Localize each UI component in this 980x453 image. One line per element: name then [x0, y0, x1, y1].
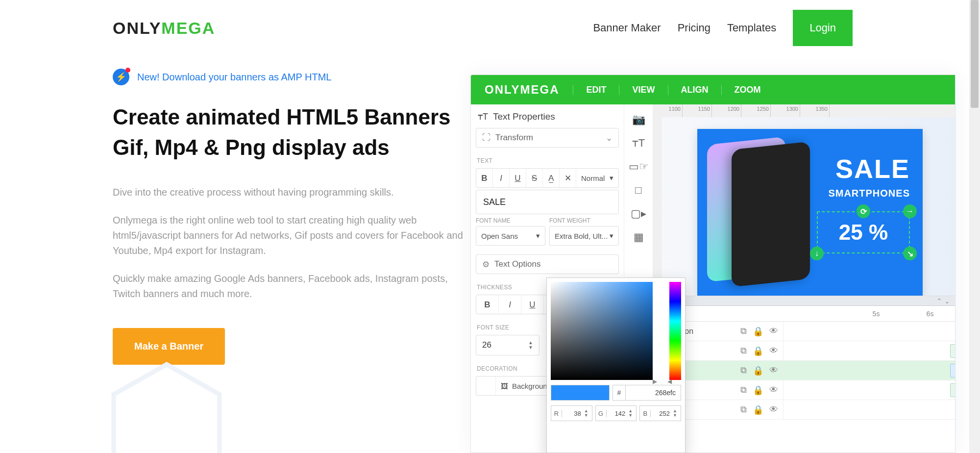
- eye-icon[interactable]: 👁: [769, 365, 778, 376]
- duplicate-icon[interactable]: ⧉: [740, 365, 747, 376]
- r-input[interactable]: R38▲▼: [551, 405, 592, 421]
- hero-headline: Create animated HTML5 Banners Gif, Mp4 &…: [113, 102, 466, 162]
- shape-tool-icon[interactable]: □: [627, 179, 650, 201]
- timeline-scrollbar[interactable]: ⌃ ⌄: [653, 296, 955, 306]
- timeline-row[interactable]: Ribbon ⧉🔒👁: [653, 400, 955, 420]
- timeline-row[interactable]: ck balloon ⧉🔒👁: [653, 322, 955, 341]
- lock-icon[interactable]: 🔒: [753, 365, 763, 376]
- svg-marker-0: [114, 364, 220, 453]
- scrollbar-thumb[interactable]: [971, 0, 979, 108]
- sale-text[interactable]: SALE: [835, 153, 910, 184]
- decoration-swatch[interactable]: [476, 377, 496, 395]
- bold-button[interactable]: B: [476, 169, 493, 187]
- duplicate-icon[interactable]: ⧉: [740, 404, 747, 415]
- lock-icon[interactable]: 🔒: [753, 346, 763, 356]
- make-banner-button[interactable]: Make a Banner: [113, 328, 225, 365]
- eye-icon[interactable]: 👁: [769, 404, 778, 415]
- hero-p2: Onlymega is the right online web tool to…: [113, 213, 466, 258]
- camera-icon[interactable]: 📷: [627, 108, 650, 131]
- resize-handle-tr[interactable]: →: [903, 204, 917, 218]
- clip-fade-in[interactable]: ⚙Fade In: [950, 344, 956, 358]
- login-button[interactable]: Login: [793, 10, 853, 46]
- phone-shape-front[interactable]: [732, 142, 810, 287]
- site-logo[interactable]: ONLYMEGA: [113, 19, 215, 38]
- eye-icon[interactable]: 👁: [769, 385, 778, 395]
- text-size-icon: ᴛT: [478, 111, 488, 122]
- smartphones-text[interactable]: SMARTPHONES: [828, 188, 910, 199]
- discount-box[interactable]: 25 % ⟳ → ↓ ↘: [817, 211, 910, 253]
- video-tool-icon[interactable]: ▢▸: [627, 202, 650, 225]
- button-tool-icon[interactable]: ▭☞: [627, 155, 650, 178]
- thickness-italic[interactable]: I: [499, 295, 521, 314]
- text-content-input[interactable]: SALE: [476, 190, 619, 214]
- saturation-field[interactable]: [551, 282, 653, 380]
- sliders-icon: ⚙: [482, 259, 490, 270]
- text-color-button[interactable]: A̲: [543, 169, 560, 187]
- nav-templates[interactable]: Templates: [727, 22, 776, 34]
- font-size-input[interactable]: 26 ▲▼: [476, 335, 539, 355]
- font-name-value: Open Sans: [481, 232, 518, 240]
- row-track[interactable]: ⚙Fade In: [784, 380, 955, 400]
- window-scrollbar[interactable]: [969, 0, 980, 453]
- rotate-handle-icon[interactable]: ⟳: [857, 204, 870, 218]
- panel-title-text: Text Properties: [493, 111, 555, 122]
- thickness-bold[interactable]: B: [476, 295, 499, 314]
- time-tick: 6s: [903, 310, 956, 318]
- hero-p1: Dive into the creative process without h…: [113, 185, 466, 200]
- timeline-row[interactable]: alloon ⧉🔒👁 ⚙Fade In: [653, 380, 955, 400]
- row-track[interactable]: ⚙Fade In: [784, 341, 955, 360]
- timeline-row-selected[interactable]: xt sale ⧉🔒👁 ⚙F:: [653, 361, 955, 380]
- collapse-icon[interactable]: ⌃ ⌄: [936, 297, 950, 305]
- hex-input[interactable]: #268efc: [612, 385, 681, 401]
- banner-artboard[interactable]: SALE SMARTPHONES 25 % ⟳ → ↓ ↘: [697, 129, 923, 296]
- duplicate-icon[interactable]: ⧉: [740, 326, 747, 336]
- menu-align[interactable]: ALIGN: [668, 85, 721, 95]
- duplicate-icon[interactable]: ⧉: [740, 346, 747, 356]
- strikethrough-button[interactable]: S: [526, 169, 543, 187]
- widgets-tool-icon[interactable]: ▦: [627, 226, 650, 249]
- transform-section[interactable]: ⛶Transform ⌄: [476, 128, 619, 148]
- hue-slider[interactable]: [669, 282, 681, 380]
- menu-zoom[interactable]: ZOOM: [721, 85, 774, 95]
- text-options-button[interactable]: ⚙Text Options: [476, 254, 619, 274]
- panel-title: ᴛT Text Properties: [471, 104, 624, 126]
- clear-format-button[interactable]: ✕: [560, 169, 576, 187]
- text-format-row: B I U S A̲ ✕ Normal▾: [476, 168, 619, 188]
- menu-view[interactable]: VIEW: [619, 85, 667, 95]
- text-tool-icon[interactable]: ᴛT: [627, 132, 650, 154]
- timeline-row[interactable]: angles ⧉🔒👁 ⚙Fade In: [653, 341, 955, 361]
- b-input[interactable]: B252▲▼: [639, 405, 681, 421]
- text-style-select[interactable]: Normal▾: [576, 174, 618, 182]
- clip[interactable]: ⚙F:: [950, 364, 956, 378]
- resize-handle-bl[interactable]: ↓: [810, 247, 824, 260]
- canvas-area[interactable]: 1100 1150 1200 1250 1300 1350 SALE SMART…: [653, 104, 955, 296]
- amp-badge[interactable]: ⚡ New! Download your banners as AMP HTML: [113, 69, 466, 85]
- nav-banner-maker[interactable]: Banner Maker: [593, 22, 661, 34]
- row-track[interactable]: [784, 322, 955, 341]
- eye-icon[interactable]: 👁: [769, 326, 778, 336]
- font-weight-value: Extra Bold, Ult...: [555, 232, 608, 240]
- nav-pricing[interactable]: Pricing: [678, 22, 710, 34]
- eye-icon[interactable]: 👁: [769, 346, 778, 356]
- color-picker[interactable]: ▶ ◀ #268efc R38▲▼ G142▲▼ B252▲▼: [546, 277, 686, 453]
- row-track[interactable]: ⚙F:: [784, 361, 955, 380]
- row-track[interactable]: [784, 400, 955, 419]
- lock-icon[interactable]: 🔒: [753, 385, 763, 396]
- underline-button[interactable]: U: [510, 169, 526, 187]
- lock-icon[interactable]: 🔒: [753, 326, 763, 337]
- image-icon: 🖼: [501, 382, 508, 390]
- ruler-tick: 1200: [712, 104, 741, 117]
- duplicate-icon[interactable]: ⧉: [740, 385, 747, 395]
- font-weight-select[interactable]: Extra Bold, Ult...▾: [549, 226, 619, 246]
- resize-handle-br[interactable]: ↘: [903, 247, 917, 260]
- spinner-down[interactable]: ▼: [528, 345, 533, 350]
- color-swatch: [551, 385, 610, 401]
- g-input[interactable]: G142▲▼: [595, 405, 637, 421]
- lock-icon[interactable]: 🔒: [753, 404, 763, 415]
- thickness-underline[interactable]: U: [521, 295, 544, 314]
- menu-edit[interactable]: EDIT: [573, 85, 619, 95]
- transform-label: Transform: [495, 133, 533, 143]
- italic-button[interactable]: I: [493, 169, 510, 187]
- clip-fade-in[interactable]: ⚙Fade In: [950, 383, 956, 397]
- font-name-select[interactable]: Open Sans▾: [476, 226, 545, 246]
